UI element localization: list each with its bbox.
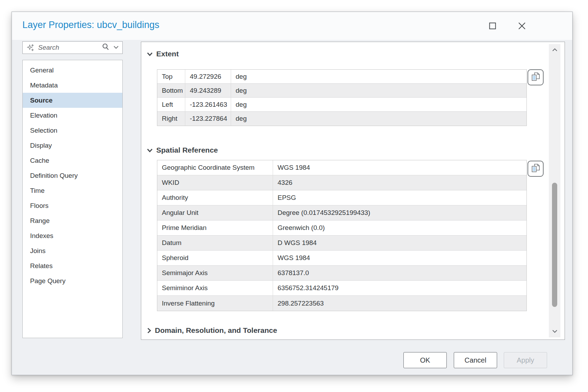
property-label: WKID	[157, 175, 273, 190]
search-input[interactable]: Search	[38, 44, 101, 51]
sidebar-item-elevation[interactable]: Elevation	[23, 108, 122, 123]
table-row: Top49.272926deg	[157, 70, 526, 84]
spatial-reference-section-header[interactable]: Spatial Reference	[147, 146, 218, 154]
cancel-button[interactable]: Cancel	[454, 352, 497, 368]
scrollbar-thumb[interactable]	[552, 183, 557, 307]
vertical-scrollbar[interactable]	[549, 44, 560, 337]
table-row: AuthorityEPSG	[157, 190, 526, 205]
close-button[interactable]	[514, 20, 530, 34]
extent-table: Top49.272926degBottom49.243289degLeft-12…	[157, 69, 527, 126]
property-label: Geographic Coordinate System	[157, 160, 273, 175]
property-value: 6378137.0	[273, 266, 526, 280]
scroll-up-button[interactable]	[549, 45, 560, 55]
table-row: WKID4326	[157, 175, 526, 190]
property-value: Degree (0.0174532925199433)	[273, 205, 526, 220]
property-label: Top	[157, 70, 185, 83]
sidebar-item-floors[interactable]: Floors	[23, 198, 122, 213]
layer-properties-dialog: Layer Properties: ubcv_buildings	[12, 12, 573, 375]
chevron-down-icon	[552, 328, 558, 335]
table-row: Inverse Flattening298.257223563	[157, 296, 526, 311]
property-value: 49.243289	[185, 84, 231, 97]
copy-icon	[531, 72, 540, 83]
table-row: Left-123.261463deg	[157, 98, 526, 112]
search-box[interactable]: Search	[22, 41, 123, 54]
sidebar-item-range[interactable]: Range	[23, 213, 122, 228]
title-bar: Layer Properties: ubcv_buildings	[12, 12, 572, 40]
table-row: Angular UnitDegree (0.0174532925199433)	[157, 205, 526, 220]
property-value: 4326	[273, 175, 526, 190]
sidebar-item-selection[interactable]: Selection	[23, 123, 122, 138]
property-value: 6356752.314245179	[273, 281, 526, 295]
property-label: Left	[157, 98, 185, 111]
table-row: Prime MeridianGreenwich (0.0)	[157, 220, 526, 236]
property-value: 298.257223563	[273, 296, 526, 311]
property-value: WGS 1984	[273, 251, 526, 265]
search-options-chevron-icon[interactable]	[113, 44, 119, 51]
property-label: Bottom	[157, 84, 185, 97]
extent-section-header[interactable]: Extent	[147, 50, 179, 58]
collapse-chevron-icon[interactable]	[147, 148, 153, 153]
copy-extent-button[interactable]	[528, 69, 544, 85]
property-label: Datum	[157, 236, 273, 250]
search-icon[interactable]	[101, 43, 110, 52]
chevron-up-icon	[552, 47, 558, 53]
copy-icon	[531, 163, 540, 174]
dialog-title: Layer Properties: ubcv_buildings	[22, 20, 159, 30]
scroll-down-button[interactable]	[549, 326, 560, 337]
property-label: Semiminor Axis	[157, 281, 273, 295]
sidebar-item-page-query[interactable]: Page Query	[23, 273, 122, 288]
sidebar-item-relates[interactable]: Relates	[23, 258, 122, 273]
property-label: Right	[157, 112, 185, 126]
table-row: Geographic Coordinate SystemWGS 1984	[157, 160, 526, 175]
collapse-chevron-icon[interactable]	[147, 52, 153, 56]
apply-button: Apply	[504, 352, 547, 368]
property-value: deg	[231, 98, 526, 111]
property-label: Authority	[157, 190, 273, 205]
table-row: Semimajor Axis6378137.0	[157, 266, 526, 281]
sidebar-item-definition-query[interactable]: Definition Query	[23, 168, 122, 183]
table-row: Bottom49.243289deg	[157, 84, 526, 98]
property-value: 49.272926	[185, 70, 231, 83]
sparkle-icon	[26, 43, 35, 52]
ok-button[interactable]: OK	[403, 352, 447, 368]
sidebar-item-cache[interactable]: Cache	[23, 153, 122, 168]
section-title-spatial-reference: Spatial Reference	[156, 146, 218, 154]
sidebar-item-general[interactable]: General	[23, 63, 122, 78]
property-value: deg	[231, 84, 526, 97]
screen: Layer Properties: ubcv_buildings	[0, 0, 588, 392]
close-icon	[518, 22, 526, 31]
expand-chevron-icon[interactable]	[147, 328, 151, 334]
table-row: Semiminor Axis6356752.314245179	[157, 281, 526, 296]
sidebar-item-time[interactable]: Time	[23, 183, 122, 198]
sidebar-item-indexes[interactable]: Indexes	[23, 228, 122, 243]
property-label: Prime Meridian	[157, 220, 273, 235]
section-title-extent: Extent	[156, 50, 179, 58]
table-row: Right-123.227864deg	[157, 112, 526, 126]
section-title-domain: Domain, Resolution, and Tolerance	[155, 326, 277, 335]
property-label: Semimajor Axis	[157, 266, 273, 280]
property-label: Angular Unit	[157, 205, 273, 220]
property-value: -123.227864	[185, 112, 231, 126]
table-row: DatumD WGS 1984	[157, 236, 526, 251]
sidebar-item-joins[interactable]: Joins	[23, 243, 122, 258]
maximize-icon	[489, 22, 496, 31]
property-value: Greenwich (0.0)	[273, 220, 526, 235]
property-value: WGS 1984	[273, 160, 526, 175]
sidebar-item-metadata[interactable]: Metadata	[23, 78, 122, 93]
property-value: deg	[231, 112, 526, 126]
copy-spatial-reference-button[interactable]	[528, 161, 544, 177]
spatial-reference-table: Geographic Coordinate SystemWGS 1984WKID…	[157, 160, 527, 311]
property-value: deg	[231, 70, 526, 83]
property-label: Spheroid	[157, 251, 273, 265]
property-value: -123.261463	[185, 98, 231, 111]
settings-list: GeneralMetadataSourceElevationSelectionD…	[22, 60, 123, 338]
content-panel: Extent Top49.272926degBottom49.243289deg…	[141, 42, 565, 340]
sidebar-item-display[interactable]: Display	[23, 138, 122, 153]
domain-section-header[interactable]: Domain, Resolution, and Tolerance	[147, 326, 277, 335]
sidebar-item-source[interactable]: Source	[23, 93, 122, 108]
maximize-button[interactable]	[485, 20, 500, 34]
table-row: SpheroidWGS 1984	[157, 251, 526, 266]
property-label: Inverse Flattening	[157, 296, 273, 311]
property-value: D WGS 1984	[273, 236, 526, 250]
property-value: EPSG	[273, 190, 526, 205]
